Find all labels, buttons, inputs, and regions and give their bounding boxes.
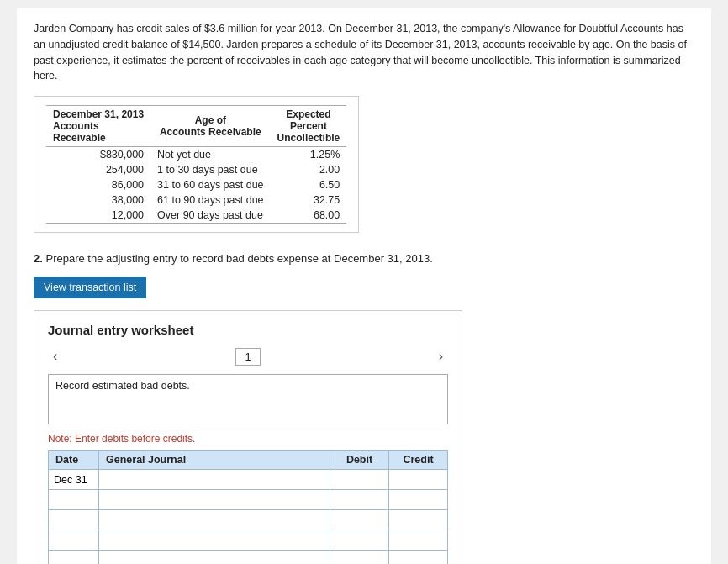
journal-cell: [99, 490, 330, 510]
date-input[interactable]: [52, 474, 95, 486]
credit-input[interactable]: [393, 474, 444, 486]
col-date-header: Date: [49, 451, 99, 470]
credit-input[interactable]: [393, 494, 444, 506]
debit-cell: [330, 551, 389, 565]
age-cell: Not yet due: [150, 147, 270, 163]
col3-header: ExpectedPercentUncollectible: [271, 106, 347, 147]
percent-cell: 6.50: [271, 177, 347, 192]
debit-input[interactable]: [334, 474, 385, 486]
description-text: Record estimated bad debts.: [55, 380, 190, 392]
date-input[interactable]: [52, 514, 95, 526]
journal-input[interactable]: [103, 494, 326, 506]
credit-input[interactable]: [393, 555, 444, 565]
debit-input[interactable]: [334, 494, 385, 506]
debit-cell: [330, 470, 389, 490]
journal-input[interactable]: [103, 474, 326, 486]
date-input[interactable]: [52, 555, 95, 565]
entry-row: [49, 551, 448, 565]
receivable-cell: 38,000: [46, 192, 150, 208]
receivable-cell: 12,000: [46, 208, 150, 224]
age-cell: 1 to 30 days past due: [150, 162, 270, 177]
receivable-cell: 86,000: [46, 177, 150, 192]
view-transaction-list-button[interactable]: View transaction list: [34, 277, 146, 298]
page-number: 1: [235, 348, 261, 366]
journal-card: Journal entry worksheet ‹ 1 › Record est…: [34, 310, 462, 564]
col1-header: December 31, 2013AccountsReceivable: [46, 106, 150, 147]
entry-table: Date General Journal Debit Credit: [48, 450, 448, 564]
date-input[interactable]: [52, 535, 95, 546]
col2-header: Age ofAccounts Receivable: [150, 106, 270, 147]
journal-input[interactable]: [103, 514, 326, 526]
question-line: 2. Prepare the adjusting entry to record…: [34, 252, 694, 265]
receivable-cell: $830,000: [46, 147, 150, 163]
date-cell: [49, 530, 99, 551]
credit-cell: [389, 510, 448, 530]
date-cell: [49, 510, 99, 530]
table-row: $830,000 Not yet due 1.25%: [46, 147, 346, 163]
date-input[interactable]: [52, 494, 95, 506]
age-cell: 31 to 60 days past due: [150, 177, 270, 192]
debit-cell: [330, 510, 389, 530]
table-row: 254,000 1 to 30 days past due 2.00: [46, 162, 346, 177]
schedule-table: December 31, 2013AccountsReceivable Age …: [46, 105, 346, 224]
receivable-cell: 254,000: [46, 162, 150, 177]
date-cell: [49, 490, 99, 510]
journal-input[interactable]: [103, 535, 326, 546]
journal-input[interactable]: [103, 555, 326, 565]
nav-row: ‹ 1 ›: [48, 347, 448, 366]
schedule-table-section: December 31, 2013AccountsReceivable Age …: [34, 96, 359, 233]
question-number: 2.: [34, 252, 43, 265]
credit-cell: [389, 490, 448, 510]
credit-cell: [389, 470, 448, 490]
credit-input[interactable]: [393, 514, 444, 526]
debit-input[interactable]: [334, 555, 385, 565]
entry-row: [49, 490, 448, 510]
entry-row: [49, 510, 448, 530]
table-row: 38,000 61 to 90 days past due 32.75: [46, 192, 346, 208]
table-row: 86,000 31 to 60 days past due 6.50: [46, 177, 346, 192]
description-box: Record estimated bad debts.: [48, 374, 448, 424]
journal-title: Journal entry worksheet: [48, 323, 448, 337]
age-cell: 61 to 90 days past due: [150, 192, 270, 208]
credit-input[interactable]: [393, 535, 444, 546]
question-text: Prepare the adjusting entry to record ba…: [45, 252, 432, 265]
debit-input[interactable]: [334, 535, 385, 546]
prev-page-button[interactable]: ‹: [48, 347, 62, 366]
intro-text: Jarden Company has credit sales of $3.6 …: [34, 21, 694, 84]
journal-cell: [99, 530, 330, 551]
percent-cell: 1.25%: [271, 147, 347, 163]
percent-cell: 32.75: [271, 192, 347, 208]
debit-cell: [330, 490, 389, 510]
credit-cell: [389, 551, 448, 565]
col-journal-header: General Journal: [99, 451, 330, 470]
percent-cell: 2.00: [271, 162, 347, 177]
credit-cell: [389, 530, 448, 551]
journal-cell: [99, 470, 330, 490]
debit-input[interactable]: [334, 514, 385, 526]
journal-cell: [99, 510, 330, 530]
entry-row: [49, 470, 448, 490]
col-debit-header: Debit: [330, 451, 389, 470]
table-row: 12,000 Over 90 days past due 68.00: [46, 208, 346, 224]
entry-row: [49, 530, 448, 551]
percent-cell: 68.00: [271, 208, 347, 224]
date-cell: [49, 470, 99, 490]
age-cell: Over 90 days past due: [150, 208, 270, 224]
debit-cell: [330, 530, 389, 551]
col-credit-header: Credit: [389, 451, 448, 470]
page-container: Jarden Company has credit sales of $3.6 …: [17, 8, 711, 564]
note-text: Note: Enter debits before credits.: [48, 433, 448, 445]
journal-cell: [99, 551, 330, 565]
date-cell: [49, 551, 99, 565]
next-page-button[interactable]: ›: [434, 347, 448, 366]
